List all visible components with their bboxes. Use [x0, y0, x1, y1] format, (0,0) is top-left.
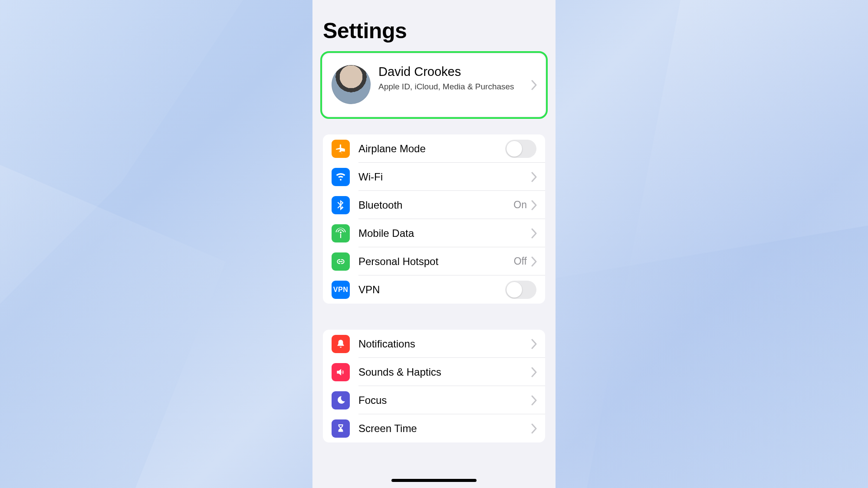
- chevron-right-icon: [531, 200, 537, 210]
- settings-group-connectivity: Airplane Mode Wi-Fi Bluetooth On: [323, 134, 545, 304]
- page-title: Settings: [323, 18, 407, 43]
- apple-id-subtitle: Apple ID, iCloud, Media & Purchases: [378, 82, 521, 92]
- row-label: Screen Time: [358, 422, 531, 435]
- row-vpn[interactable]: VPN VPN: [323, 275, 545, 304]
- row-personal-hotspot[interactable]: Personal Hotspot Off: [323, 247, 545, 275]
- iphone-settings-screen: Settings David Crookes Apple ID, iCloud,…: [312, 0, 556, 488]
- home-indicator[interactable]: [391, 479, 477, 482]
- chevron-right-icon: [531, 256, 537, 267]
- row-label: Wi-Fi: [358, 171, 531, 183]
- row-label: Sounds & Haptics: [358, 366, 531, 378]
- apple-id-row[interactable]: David Crookes Apple ID, iCloud, Media & …: [323, 54, 545, 116]
- row-label: Notifications: [358, 338, 531, 350]
- bg-facet: [0, 165, 226, 488]
- apple-id-text: David Crookes Apple ID, iCloud, Media & …: [378, 65, 521, 92]
- vpn-icon: VPN: [332, 281, 350, 299]
- wifi-icon: [332, 168, 350, 186]
- hourglass-icon: [332, 419, 350, 438]
- row-screen-time[interactable]: Screen Time: [323, 414, 545, 442]
- row-value: Off: [514, 255, 527, 267]
- settings-group-system: Notifications Sounds & Haptics Focus: [323, 330, 545, 442]
- antenna-icon: [332, 224, 350, 242]
- row-airplane-mode[interactable]: Airplane Mode: [323, 134, 545, 163]
- row-wifi[interactable]: Wi-Fi: [323, 163, 545, 191]
- airplane-toggle[interactable]: [505, 140, 536, 158]
- row-label: Airplane Mode: [358, 143, 505, 155]
- link-icon: [332, 252, 350, 271]
- row-label: Bluetooth: [358, 199, 513, 211]
- airplane-icon: [332, 140, 350, 158]
- chevron-right-icon: [531, 395, 537, 406]
- vpn-toggle[interactable]: [505, 281, 536, 299]
- avatar: [332, 65, 371, 104]
- row-bluetooth[interactable]: Bluetooth On: [323, 191, 545, 219]
- apple-id-name: David Crookes: [378, 65, 521, 79]
- bluetooth-icon: [332, 196, 350, 214]
- speaker-icon: [332, 363, 350, 381]
- chevron-right-icon: [531, 339, 537, 349]
- chevron-right-icon: [531, 228, 537, 239]
- row-label: Focus: [358, 394, 531, 406]
- row-label: Mobile Data: [358, 227, 531, 239]
- article-backdrop: Settings David Crookes Apple ID, iCloud,…: [0, 0, 868, 488]
- chevron-right-icon: [531, 172, 537, 182]
- row-value: On: [513, 199, 527, 211]
- row-focus[interactable]: Focus: [323, 386, 545, 414]
- row-sounds-haptics[interactable]: Sounds & Haptics: [323, 358, 545, 386]
- chevron-right-icon: [531, 423, 537, 434]
- row-notifications[interactable]: Notifications: [323, 330, 545, 358]
- bell-icon: [332, 335, 350, 353]
- chevron-right-icon: [531, 367, 537, 377]
- chevron-right-icon: [531, 80, 537, 90]
- moon-icon: [332, 391, 350, 409]
- row-mobile-data[interactable]: Mobile Data: [323, 219, 545, 247]
- bg-facet: [556, 226, 868, 488]
- row-label: Personal Hotspot: [358, 255, 514, 268]
- row-label: VPN: [358, 284, 505, 296]
